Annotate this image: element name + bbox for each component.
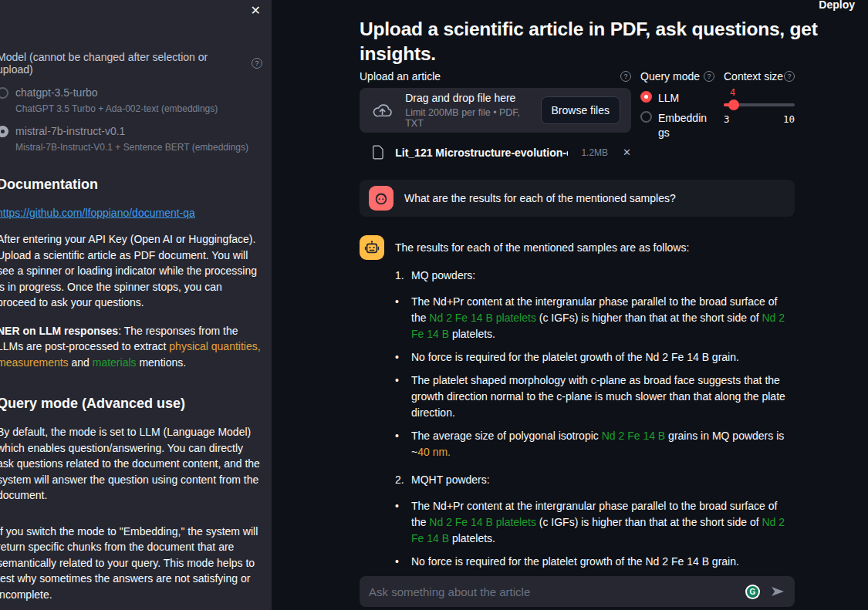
dropzone-hint: Limit 200MB per file • PDF, TXT bbox=[405, 107, 528, 129]
query-mode-docs-paragraph: If you switch the mode to "Embedding," t… bbox=[0, 524, 262, 603]
list-item: 2.MQHT powders: bbox=[395, 474, 795, 486]
query-mode-option-embeddings[interactable]: Embeddings bbox=[640, 111, 714, 140]
slider-thumb[interactable] bbox=[728, 99, 739, 110]
help-icon[interactable]: ? bbox=[620, 71, 631, 82]
help-icon[interactable]: ? bbox=[252, 58, 262, 69]
grammarly-icon[interactable]: G bbox=[745, 585, 760, 599]
remove-file-icon[interactable]: ✕ bbox=[623, 147, 631, 158]
context-size-slider[interactable]: 4 3 10 bbox=[724, 87, 795, 123]
query-mode-option-label: LLM bbox=[658, 91, 679, 106]
bullet-item: •The average size of polygonal isotropic… bbox=[395, 428, 795, 460]
query-mode-label: Query mode bbox=[640, 70, 700, 83]
list-item: 1.MQ powders: bbox=[395, 269, 795, 281]
ner-bold-text: NER on LLM responses bbox=[0, 325, 118, 337]
model-option-caption: ChatGPT 3.5 Turbo + Ada-002-text (embedd… bbox=[15, 103, 262, 114]
deploy-button[interactable]: Deploy bbox=[819, 0, 855, 11]
send-button[interactable] bbox=[770, 585, 785, 598]
radio-selected-icon[interactable] bbox=[640, 91, 652, 103]
ner-text: and bbox=[69, 356, 93, 369]
sidebar: ✕ Model (cannot be changed after selecti… bbox=[0, 0, 272, 610]
sidebar-close-icon[interactable]: ✕ bbox=[248, 0, 264, 21]
user-message-text: What are the results for each of the men… bbox=[404, 190, 676, 207]
bullet-item: •The platelet shaped morphology with c-p… bbox=[395, 372, 795, 421]
user-avatar bbox=[369, 186, 393, 211]
model-option-caption: Mistral-7B-Instruct-V0.1 + Sentence BERT… bbox=[15, 142, 262, 153]
dropzone-title: Drag and drop file here bbox=[405, 92, 528, 104]
bullet-item: •No force is required for the platelet g… bbox=[395, 554, 795, 569]
query-mode-docs-paragraph: By default, the mode is set to LLM (Lang… bbox=[0, 424, 262, 504]
assistant-avatar bbox=[360, 235, 384, 260]
user-face-icon bbox=[373, 190, 390, 207]
radio-icon[interactable] bbox=[640, 111, 652, 123]
model-option-label: mistral-7b-instruct-v0.1 bbox=[15, 125, 125, 137]
ner-text: mentions. bbox=[137, 356, 187, 369]
send-icon bbox=[770, 585, 785, 598]
uploaded-file-name: Lit_121 Microstructure-evolution-of-hotd… bbox=[395, 147, 568, 159]
assistant-sections: 1.MQ powders:•The Nd+Pr content at the i… bbox=[395, 269, 795, 569]
document-qa-app: ✕ Model (cannot be changed after selecti… bbox=[0, 0, 868, 610]
model-select-label-row: Model (cannot be changed after selection… bbox=[0, 51, 262, 76]
model-option-label: chatgpt-3.5-turbo bbox=[15, 86, 98, 99]
slider-value: 4 bbox=[730, 87, 735, 98]
documentation-heading: Documentation bbox=[0, 177, 262, 193]
bullet-item: •No force is required for the platelet g… bbox=[395, 349, 795, 366]
file-icon bbox=[373, 143, 383, 161]
ner-paragraph: NER on LLM responses: The responses from… bbox=[0, 323, 262, 371]
cloud-upload-icon bbox=[372, 101, 393, 120]
page-title: Upload a scientific article in PDF, ask … bbox=[360, 17, 838, 67]
radio-selected-icon[interactable] bbox=[0, 126, 8, 137]
assistant-message: The results for each of the mentioned sa… bbox=[360, 235, 795, 569]
main-area: Deploy Upload a scientific article in PD… bbox=[272, 0, 868, 610]
uploaded-file-size: 1.2MB bbox=[581, 147, 608, 158]
model-option-mistral[interactable]: mistral-7b-instruct-v0.1 bbox=[0, 125, 262, 137]
grammarly-letter: G bbox=[747, 586, 758, 598]
file-dropzone[interactable]: Drag and drop file here Limit 200MB per … bbox=[360, 88, 631, 133]
help-icon[interactable]: ? bbox=[784, 71, 795, 82]
slider-max: 10 bbox=[783, 113, 795, 125]
documentation-paragraph: After entering your API Key (Open AI or … bbox=[0, 231, 262, 311]
browse-files-button[interactable]: Browse files bbox=[541, 96, 620, 124]
github-link[interactable]: https://github.com/lfoppiano/document-qa bbox=[0, 207, 195, 219]
bullet-item: •The Nd+Pr content at the intergranular … bbox=[395, 498, 795, 547]
uploader-label: Upload an article bbox=[360, 70, 441, 83]
radio-icon[interactable] bbox=[0, 87, 8, 99]
query-mode-option-label: Embeddings bbox=[658, 111, 708, 140]
model-option-chatgpt[interactable]: chatgpt-3.5-turbo bbox=[0, 86, 262, 99]
query-mode-option-llm[interactable]: LLM bbox=[640, 91, 714, 106]
query-mode-docs-heading: Query mode (Advanced use) bbox=[0, 396, 262, 412]
context-size-label: Context size bbox=[724, 70, 783, 83]
help-icon[interactable]: ? bbox=[704, 71, 714, 82]
chat-input[interactable] bbox=[369, 585, 745, 598]
model-select-label: Model (cannot be changed after selection… bbox=[0, 51, 245, 76]
uploaded-file-row: Lit_121 Microstructure-evolution-of-hotd… bbox=[360, 143, 631, 161]
robot-icon bbox=[363, 239, 380, 256]
user-message: What are the results for each of the men… bbox=[360, 180, 795, 217]
chat-input-container: G bbox=[360, 576, 795, 607]
assistant-intro-text: The results for each of the mentioned sa… bbox=[395, 240, 795, 256]
slider-min: 3 bbox=[724, 113, 730, 125]
bullet-item: •The Nd+Pr content at the intergranular … bbox=[395, 294, 795, 342]
ner-green-text: materials bbox=[93, 356, 137, 369]
chat-history: What are the results for each of the men… bbox=[360, 180, 795, 569]
